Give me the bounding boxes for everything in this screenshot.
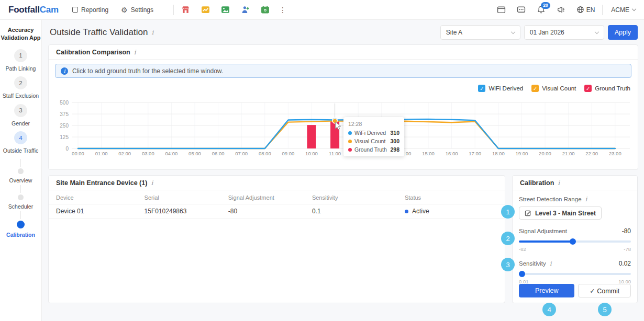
site-select-value: Site A — [446, 29, 462, 36]
sidebar-steps: 1Path Linking2Staff Exclusion3Gender4Out… — [3, 49, 39, 159]
tooltip-row-visual-count: Visual Count300 — [348, 138, 399, 144]
cell-serial: 15F010249863 — [145, 208, 228, 215]
comparison-info-icon[interactable]: i — [134, 49, 136, 56]
sensitivity-slider-handle[interactable] — [519, 271, 525, 277]
language-selector[interactable]: EN — [576, 6, 595, 14]
apply-button[interactable]: Apply — [608, 25, 638, 40]
step-dot — [18, 194, 24, 200]
announcements-megaphone-icon[interactable] — [557, 5, 566, 15]
column-header-sensitivity: Sensitivity — [312, 194, 405, 201]
street-range-info-icon[interactable]: i — [585, 196, 587, 203]
ground-truth-banner[interactable]: i Click to add ground truth for the sele… — [55, 64, 631, 78]
checkbox-checked-icon[interactable]: ✓ — [584, 85, 592, 92]
sidebar-step-gender[interactable]: 3Gender — [12, 104, 30, 127]
check-icon: ✓ — [590, 288, 595, 295]
column-header-serial: Serial — [145, 194, 228, 201]
annotation-step-5: 5 — [598, 303, 612, 316]
tooltip-row-ground-truth: Ground Truth298 — [348, 146, 399, 153]
svg-text:05:00: 05:00 — [188, 151, 201, 156]
cell-signal-adjustment: -80 — [228, 208, 312, 215]
signal-adjustment-slider[interactable] — [519, 238, 631, 245]
sidebar-item-overview[interactable]: Overview — [6, 159, 35, 185]
svg-text:10:00: 10:00 — [305, 151, 318, 156]
calibration-comparison-card: Calibration Comparison i i Click to add … — [48, 44, 638, 170]
gallery-app-icon[interactable] — [221, 5, 230, 14]
sidebar-item-scheduler[interactable]: Scheduler — [6, 185, 35, 211]
sensitivity-slider[interactable] — [519, 270, 631, 278]
comparison-card-header: Calibration Comparison i — [49, 45, 638, 60]
svg-text:17:00: 17:00 — [469, 151, 481, 156]
cell-sensitivity: 0.1 — [312, 208, 405, 215]
notification-badge: 20 — [541, 2, 550, 9]
step-dot — [18, 168, 24, 174]
svg-text:16:00: 16:00 — [446, 151, 458, 156]
legend-visual-count[interactable]: ✓Visual Count — [531, 85, 576, 92]
checkbox-checked-icon[interactable]: ✓ — [531, 85, 539, 92]
svg-text:500: 500 — [60, 100, 69, 106]
page-title-info-icon[interactable]: i — [151, 29, 153, 36]
table-row[interactable]: Device 0115F010249863-800.1Active — [49, 204, 505, 219]
legend-ground-truth[interactable]: ✓Ground Truth — [584, 85, 630, 92]
nav-reporting[interactable]: Reporting — [72, 6, 108, 14]
street-detection-range-button[interactable]: Level 3 - Main Street — [519, 207, 602, 220]
calibration-panel-header: Calibration i — [513, 176, 637, 190]
calibration-panel-title: Calibration — [520, 179, 554, 187]
tooltip-row-wifi-derived: WiFi Derived310 — [348, 130, 399, 136]
svg-text:21:00: 21:00 — [562, 151, 575, 156]
chat-icon[interactable] — [517, 5, 526, 15]
signal-min-label: -82 — [519, 246, 526, 252]
account-label: ACME — [611, 6, 629, 14]
banner-text: Click to add ground truth for the select… — [72, 67, 223, 75]
sidebar-item-calibration[interactable]: Calibration — [6, 211, 35, 239]
step-label: Path Linking — [6, 65, 36, 72]
step-dot — [17, 221, 25, 228]
svg-text:02:00: 02:00 — [118, 151, 131, 156]
language-label: EN — [586, 6, 595, 14]
svg-text:09:00: 09:00 — [282, 151, 295, 156]
annotation-step-4: 4 — [542, 303, 556, 316]
svg-text:00:00: 00:00 — [72, 151, 84, 156]
notifications-bell-icon[interactable]: 20 — [537, 5, 546, 15]
legend-label: WiFi Derived — [488, 85, 523, 91]
calendar-app-icon[interactable] — [261, 5, 270, 14]
sidebar-step-path-linking[interactable]: 1Path Linking — [6, 49, 36, 72]
svg-text:22:00: 22:00 — [585, 151, 598, 156]
footfallcam-logo[interactable]: FootfallCam — [8, 5, 59, 15]
step-label: Gender — [12, 120, 30, 127]
svg-text:07:00: 07:00 — [235, 151, 248, 156]
svg-text:125: 125 — [60, 134, 69, 140]
account-dropdown[interactable]: ACME — [611, 6, 636, 14]
tour-window-icon[interactable] — [497, 5, 506, 15]
svg-text:06:00: 06:00 — [212, 151, 225, 156]
device-card-info-icon[interactable]: i — [151, 179, 153, 187]
legend-wifi-derived[interactable]: ✓WiFi Derived — [478, 85, 523, 92]
more-apps-kebab-icon[interactable]: ⋮ — [279, 6, 286, 14]
site-select[interactable]: Site A — [440, 25, 520, 40]
app-icon-group — [181, 5, 270, 14]
sidebar-step-outside-traffic[interactable]: 4Outside Traffic — [3, 131, 39, 154]
device-table-header: DeviceSerialSignal AdjustmentSensitivity… — [49, 191, 505, 204]
svg-text:20:00: 20:00 — [539, 151, 551, 156]
date-select[interactable]: 01 Jan 2026 — [524, 25, 604, 40]
navbar-divider-2 — [602, 5, 603, 15]
preview-button[interactable]: Preview — [519, 284, 574, 297]
sensitivity-info-icon[interactable]: i — [550, 260, 552, 267]
analytics-app-icon[interactable] — [201, 5, 210, 14]
sidebar: Accuracy Validation App 1Path Linking2St… — [0, 20, 42, 321]
sidebar-step-staff-exclusion[interactable]: 2Staff Exclusion — [3, 76, 39, 99]
device-table: DeviceSerialSignal AdjustmentSensitivity… — [49, 191, 505, 219]
commit-button[interactable]: ✓ Commit — [578, 284, 631, 297]
chart-tooltip: 12:28 WiFi Derived310Visual Count300Grou… — [343, 117, 404, 156]
signal-slider-handle[interactable] — [570, 238, 576, 245]
cell-device: Device 01 — [56, 208, 145, 215]
checkbox-checked-icon[interactable]: ✓ — [478, 85, 485, 92]
svg-text:19:00: 19:00 — [516, 151, 528, 156]
signal-adjustment-label: Signal Adjustment — [519, 228, 567, 234]
calibration-info-icon[interactable]: i — [558, 179, 560, 187]
step-label: Staff Exclusion — [3, 93, 39, 99]
page-header: Outside Traffic Validation i Site A 01 J… — [50, 24, 638, 41]
column-header-signal-adjustment: Signal Adjustment — [228, 194, 312, 201]
store-app-icon[interactable] — [181, 5, 190, 14]
nav-settings[interactable]: ⚙ Settings — [121, 6, 153, 14]
person-add-app-icon[interactable] — [241, 5, 250, 14]
